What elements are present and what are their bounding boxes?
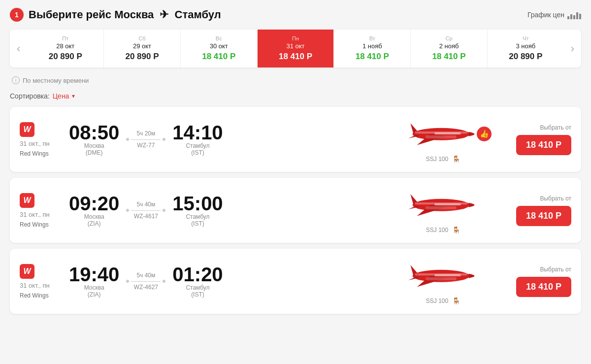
- date-date: 1 нояб: [338, 42, 406, 50]
- date-price: 18 410 Р: [415, 52, 483, 62]
- duration-col: 5ч 40м WZ-4627: [126, 272, 165, 291]
- flight-date: 31 окт., пн: [20, 282, 50, 289]
- plane-img-col: SSJ 100 🪑: [394, 187, 492, 234]
- select-flight-button[interactable]: 18 410 Р: [516, 135, 571, 155]
- arrive-city: Стамбул: [186, 284, 209, 291]
- depart-info: 09:20 Москва (ZIA): [69, 194, 119, 227]
- date-date: 30 окт: [185, 42, 253, 50]
- date-price: 20 890 Р: [31, 52, 99, 62]
- airline-logo-icon: W: [23, 267, 31, 276]
- date-item-2[interactable]: Вс 30 окт 18 410 Р: [181, 30, 258, 67]
- header: 1 Выберите рейс Москва ✈ Стамбул График …: [10, 8, 581, 22]
- airline-logo: W: [20, 264, 34, 279]
- arrive-info: 01:20 Стамбул (IST): [172, 265, 223, 298]
- price-col: Выбрать от 18 410 Р: [492, 124, 571, 155]
- arrive-code: (IST): [191, 149, 204, 156]
- date-item-1[interactable]: Сб 29 окт 20 890 Р: [104, 30, 181, 67]
- select-flight-button[interactable]: 18 410 Р: [516, 277, 571, 297]
- date-item-5[interactable]: Ср 2 нояб 18 410 Р: [411, 30, 488, 67]
- plane-illustration: [404, 258, 483, 292]
- flight-logo-row: W: [20, 122, 34, 137]
- duration-line: [126, 280, 165, 283]
- page: 1 Выберите рейс Москва ✈ Стамбул График …: [0, 0, 591, 328]
- airline-logo: W: [20, 193, 34, 208]
- local-time-text: По местному времени: [23, 77, 89, 84]
- duration-col: 5ч 20м WZ-77: [126, 130, 165, 149]
- date-prev-button[interactable]: ‹: [10, 30, 27, 67]
- plane-illustration: [404, 187, 483, 221]
- plane-svg-wrap: 👍: [404, 116, 483, 152]
- seat-icon: 🪑: [452, 226, 460, 234]
- date-item-6[interactable]: Чт 3 нояб 20 890 Р: [488, 30, 564, 67]
- flight-middle: 08:50 Москва (DME) 5ч 20м WZ-77 14:10 Ст…: [69, 123, 394, 156]
- sort-value[interactable]: Цена: [53, 92, 69, 100]
- svg-rect-11: [426, 277, 456, 280]
- depart-code: (ZIA): [88, 291, 101, 298]
- plane-direction-icon: ✈: [160, 8, 168, 21]
- price-chart-button[interactable]: График цен: [527, 10, 581, 19]
- depart-city: Москва: [84, 213, 104, 220]
- date-item-0[interactable]: Пт 28 окт 20 890 Р: [27, 30, 104, 67]
- plane-img-col: SSJ 100 🪑: [394, 258, 492, 305]
- flight-logo-date-col: W 31 окт., пн Red Wings: [20, 193, 69, 228]
- flight-middle: 09:20 Москва (ZIA) 5ч 40м WZ-4617 15:00 …: [69, 194, 394, 227]
- date-price: 20 890 Р: [492, 52, 560, 62]
- flight-airline: Red Wings: [20, 292, 49, 299]
- thumbs-up-icon: 👍: [477, 127, 492, 141]
- info-icon: i: [12, 76, 20, 84]
- aircraft-type: SSJ 100 🪑: [426, 297, 460, 305]
- sort-chevron-icon[interactable]: ▾: [72, 93, 75, 99]
- line-dot-right: [163, 280, 165, 283]
- header-left: 1 Выберите рейс Москва ✈ Стамбул: [10, 8, 221, 22]
- plane-svg-wrap: [404, 187, 483, 223]
- svg-rect-10: [434, 274, 460, 276]
- chart-icon: [567, 10, 581, 19]
- date-item-3[interactable]: Пн 31 окт 18 410 Р: [258, 30, 334, 67]
- to-city: Стамбул: [175, 8, 221, 21]
- airline-logo-icon: W: [23, 196, 31, 205]
- depart-code: (DME): [86, 149, 103, 156]
- flight-logo-row: W: [20, 193, 34, 208]
- arrive-code: (IST): [191, 220, 204, 227]
- depart-time: 09:20: [69, 194, 119, 213]
- flight-middle: 19:40 Москва (ZIA) 5ч 40м WZ-4627 01:20 …: [69, 265, 394, 298]
- depart-info: 19:40 Москва (ZIA): [69, 265, 119, 298]
- date-day-name: Вс: [185, 35, 253, 41]
- arrive-code: (IST): [191, 291, 204, 298]
- sort-label: Сортировка:: [10, 92, 50, 100]
- flight-logo-row: W: [20, 264, 34, 279]
- line-hr: [131, 139, 161, 140]
- select-flight-button[interactable]: 18 410 Р: [516, 206, 571, 226]
- airline-logo: W: [20, 122, 34, 137]
- flight-number: WZ-4617: [134, 213, 158, 220]
- duration-text: 5ч 40м: [136, 201, 155, 208]
- flight-card-0: W 31 окт., пн Red Wings 08:50 Москва (DM…: [10, 107, 581, 172]
- line-hr: [131, 210, 161, 211]
- date-price: 18 410 Р: [185, 52, 253, 62]
- duration-line: [126, 209, 165, 212]
- flight-date: 31 окт., пн: [20, 211, 50, 218]
- arrive-time: 14:10: [172, 123, 223, 142]
- depart-city: Москва: [84, 284, 104, 291]
- line-dot-left: [126, 209, 129, 212]
- flight-logo-date-col: W 31 окт., пн Red Wings: [20, 264, 69, 299]
- arrive-city: Стамбул: [186, 213, 209, 220]
- arrive-time: 15:00: [172, 194, 223, 213]
- from-city: Москва: [114, 8, 154, 21]
- date-date: 2 нояб: [415, 42, 483, 50]
- date-day-name: Вт: [338, 35, 406, 41]
- sort-bar: Сортировка: Цена ▾: [10, 92, 581, 100]
- date-price: 18 410 Р: [262, 52, 330, 62]
- arrive-info: 14:10 Стамбул (IST): [172, 123, 223, 156]
- aircraft-name: SSJ 100: [426, 298, 448, 304]
- date-day-name: Сб: [108, 35, 176, 41]
- price-col: Выбрать от 18 410 Р: [492, 195, 571, 226]
- date-day-name: Пн: [262, 35, 330, 41]
- svg-rect-2: [434, 132, 460, 134]
- depart-city: Москва: [84, 142, 104, 149]
- flights-list: W 31 окт., пн Red Wings 08:50 Москва (DM…: [10, 107, 581, 314]
- duration-text: 5ч 20м: [136, 130, 155, 137]
- date-item-4[interactable]: Вт 1 нояб 18 410 Р: [334, 30, 411, 67]
- aircraft-name: SSJ 100: [426, 156, 448, 163]
- date-next-button[interactable]: ›: [564, 30, 581, 67]
